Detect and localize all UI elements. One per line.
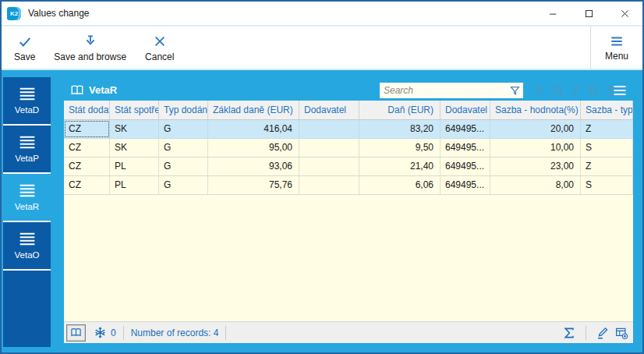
statusbar-separator [225,326,226,340]
save-and-browse-button[interactable]: Save and browse [44,27,136,69]
column-header[interactable]: Daň (EUR) [359,101,441,119]
statusbar-right-icons [560,326,633,340]
column-header[interactable]: Základ daně (EUR) [208,101,299,119]
table-cell[interactable]: 6,06 [359,176,441,194]
table-cell[interactable]: CZ [64,139,110,157]
hamburger-icon [607,34,627,48]
menu-button-label: Menu [605,51,628,62]
column-header[interactable]: Sazba - hodnota(%) [490,101,581,119]
sidebar-item-vetar[interactable]: VetaR [3,174,51,222]
table-cell[interactable]: 649495... [441,158,490,175]
panel-title-bar: VetaR [64,80,633,101]
sidebar-item-vetao[interactable]: VetaO [3,222,51,271]
table-cell[interactable]: G [159,120,208,138]
table-cell[interactable]: PL [110,158,159,175]
table-cell[interactable]: 9,50 [359,139,441,157]
close-icon [619,8,631,19]
check-icon [16,34,34,49]
grid-empty-area [64,195,633,321]
table-cell[interactable] [299,176,359,194]
k2-logo-icon: K2 [7,7,21,20]
table-cell[interactable]: 95,00 [208,139,299,157]
maximize-button[interactable] [571,2,607,25]
table-cell[interactable]: S [581,176,633,194]
table-cell[interactable]: 75,76 [208,176,299,194]
table-cell[interactable]: G [159,176,208,194]
column-header[interactable]: Dodavatel [441,101,490,119]
table-cell[interactable]: Z [581,158,633,175]
table-cell[interactable]: Z [581,120,633,138]
table-cell[interactable]: CZ [64,120,110,138]
table-row[interactable]: CZPLG75,766,06649495...8,00S [64,176,633,195]
minimize-button[interactable] [535,2,571,25]
table-cell[interactable]: CZ [64,176,110,194]
table-cell[interactable]: 10,00 [490,139,581,157]
edit-icon[interactable] [569,84,582,97]
snowflake-count: 0 [111,327,116,338]
toolbar: SaveSave and browseCancel Menu [2,25,642,70]
toolbar-button-label: Save and browse [54,51,126,62]
table-add-icon[interactable] [614,326,628,340]
column-header[interactable]: Dodavatel [299,101,359,119]
cancel-button[interactable]: Cancel [136,27,183,69]
grid-body: CZSKG416,0483,20649495...20,00ZCZSKG95,0… [64,120,633,195]
statusbar-separator [586,326,586,340]
table-cell[interactable]: 8,00 [490,176,581,194]
close-button[interactable] [607,2,642,25]
table-cell[interactable]: 93,06 [208,158,299,175]
new-doc-icon[interactable] [551,84,564,97]
table-cell[interactable]: 649495... [441,120,490,138]
table-cell[interactable]: SK [110,139,159,157]
edit-icon[interactable] [596,326,610,340]
toolbar-button-label: Cancel [145,51,174,62]
save-button[interactable]: Save [5,27,44,69]
title-bar: K2 Values change [2,2,642,25]
table-cell[interactable]: G [159,158,208,175]
open-book-icon [69,327,83,338]
copy-icon[interactable] [587,84,600,97]
table-cell[interactable]: 20,00 [490,120,581,138]
play-icon[interactable] [533,84,546,97]
book-view-button[interactable] [66,324,86,342]
toolbar-button-label: Save [14,51,35,62]
table-cell[interactable]: 416,04 [208,120,299,138]
table-cell[interactable] [299,139,359,157]
column-header[interactable]: Typ dodání [159,101,208,119]
column-header[interactable]: Stát spotřeb [110,101,159,119]
table-cell[interactable]: PL [110,176,159,194]
column-header[interactable]: Stát dodava [64,101,110,119]
table-cell[interactable]: 21,40 [359,158,441,175]
menu-button[interactable]: Menu [590,27,642,69]
table-cell[interactable] [299,158,359,175]
table-cell[interactable]: 83,20 [359,120,441,138]
filter-icon[interactable] [509,85,521,97]
window-controls [535,2,642,25]
panel-menu-icon[interactable] [608,83,632,98]
table-cell[interactable] [299,120,359,138]
records-count-label: Number of records: 4 [131,327,219,338]
table-row[interactable]: CZSKG95,009,50649495...10,00S [64,139,633,158]
sidebar-item-vetad[interactable]: VetaD [3,77,51,126]
table-cell[interactable]: 649495... [441,139,490,157]
table-row[interactable]: CZSKG416,0483,20649495...20,00Z [64,120,633,139]
sidebar-item-label: VetaO [15,250,40,260]
sidebar-item-vetap[interactable]: VetaP [3,126,51,174]
table-cell[interactable]: 23,00 [490,158,581,175]
status-bar: 0 Number of records: 4 [64,321,633,343]
table-cell[interactable]: 649495... [441,176,490,194]
table-cell[interactable]: SK [110,120,159,138]
maximize-icon [583,8,595,19]
values-change-window: K2 Values change SaveSave and browseCanc… [0,0,644,354]
table-cell[interactable]: S [581,139,633,157]
minimize-icon [547,8,559,19]
search-input[interactable] [380,85,509,96]
snowflake-icon [94,326,107,339]
sidebar-item-label: VetaR [15,202,39,211]
grid-header-row: Stát dodavaStát spotřebTyp dodáníZáklad … [64,101,633,120]
sidebar-item-label: VetaP [15,154,39,163]
column-header[interactable]: Sazba - typ [581,101,633,119]
sigma-icon[interactable] [562,326,576,340]
table-row[interactable]: CZPLG93,0621,40649495...23,00Z [64,158,633,176]
table-cell[interactable]: CZ [64,158,110,175]
table-cell[interactable]: G [159,139,208,157]
